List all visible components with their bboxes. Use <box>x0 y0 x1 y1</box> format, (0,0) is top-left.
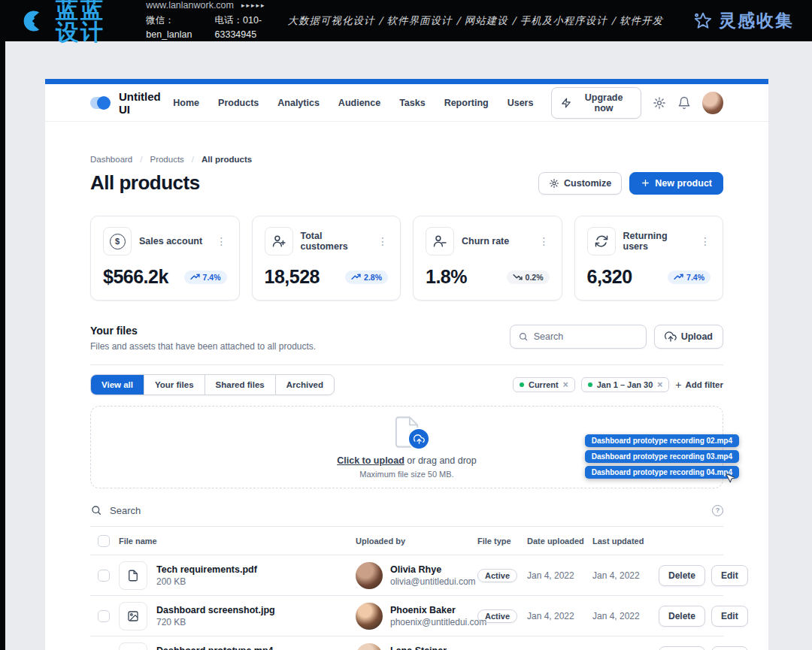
edit-button[interactable]: Edit <box>711 565 748 586</box>
banner-phone: 电话：010-63334945 <box>215 14 277 43</box>
collect-logo-text: 灵感收集 <box>719 9 794 32</box>
file-name: Tech requirements.pdf <box>156 564 257 575</box>
app-brand: Untitled UI <box>90 90 173 116</box>
nav-item-tasks[interactable]: Tasks <box>399 98 426 108</box>
refresh-icon <box>587 227 616 255</box>
select-all-checkbox[interactable] <box>98 535 110 547</box>
kebab-menu-icon[interactable]: ⋮ <box>539 236 550 246</box>
tab-archived[interactable]: Archived <box>275 375 334 395</box>
nav-item-reporting[interactable]: Reporting <box>444 98 489 108</box>
kebab-menu-icon[interactable]: ⋮ <box>377 236 388 246</box>
table-search-field[interactable] <box>110 505 704 516</box>
tab-view-all[interactable]: View all <box>91 375 144 395</box>
new-product-button[interactable]: New product <box>629 172 723 195</box>
column-header: Last updated <box>592 537 659 546</box>
star-icon <box>693 11 713 31</box>
title-row: All products Customize New product <box>90 171 723 195</box>
app-brand-name: Untitled UI <box>119 90 173 116</box>
stat-value: $566.2k <box>103 266 168 288</box>
file-upload-icon <box>392 416 421 449</box>
dropzone-hint: Maximum file size 50 MB. <box>359 470 453 479</box>
table-row: Tech requirements.pdf 200 KB Olivia Rhye… <box>90 555 723 596</box>
avatar <box>356 562 383 589</box>
video-icon <box>119 642 147 650</box>
banner-services: 大数据可视化设计 / 软件界面设计 / 网站建设 / 手机及小程序设计 / 软件… <box>287 14 663 28</box>
tabs-row: View all Your files Shared files Archive… <box>90 374 723 395</box>
file-size: 720 KB <box>156 617 275 627</box>
uploader-name: Lana Steiner <box>390 645 472 650</box>
uploader-name: Phoenix Baker <box>390 605 486 615</box>
click-to-upload-link[interactable]: Click to upload <box>337 455 404 466</box>
search-icon <box>90 504 102 516</box>
arrows-decoration: ▸▸▸▸▸ <box>241 1 266 11</box>
stat-cards: $ Sales account ⋮ $566.2k 7.4% <box>90 216 723 301</box>
help-icon[interactable]: ? <box>712 505 723 516</box>
tab-your-files[interactable]: Your files <box>144 375 205 395</box>
tab-shared-files[interactable]: Shared files <box>205 375 275 395</box>
stat-label: Total customers <box>301 231 371 252</box>
file-name: Dashboard prototype.mp4 <box>156 645 274 650</box>
user-plus-icon <box>265 227 293 255</box>
stat-card-churn: Churn rate ⋮ 1.8% 0.2% <box>413 216 562 301</box>
app-window: Untitled UI Home Products Analytics Audi… <box>45 79 768 650</box>
nav-item-home[interactable]: Home <box>173 98 199 108</box>
delete-button[interactable]: Delete <box>659 606 705 627</box>
filter-pill-date-range[interactable]: Jan 1 – Jan 30 × <box>581 377 670 392</box>
trend-up-icon <box>351 274 361 280</box>
upgrade-button[interactable]: Upgrade now <box>551 87 641 119</box>
last-updated: Jan 4, 2022 <box>592 570 659 581</box>
delete-button[interactable]: Delete <box>659 646 705 650</box>
green-dot-icon <box>520 382 524 387</box>
date-uploaded: Jan 4, 2022 <box>527 570 592 581</box>
customize-button[interactable]: Customize <box>538 172 622 195</box>
nav-item-analytics[interactable]: Analytics <box>277 98 320 108</box>
uploader-email: phoenix@untitledui.com <box>390 617 486 627</box>
page-title: All products <box>90 171 200 195</box>
edit-button[interactable]: Edit <box>711 646 748 650</box>
cursor-icon <box>724 473 735 484</box>
close-icon[interactable]: × <box>563 380 568 389</box>
column-header: Uploaded by <box>356 537 477 546</box>
delete-button[interactable]: Delete <box>659 565 705 586</box>
files-section-header: Your files Files and assets that have be… <box>90 325 723 365</box>
breadcrumb-separator: / <box>192 155 194 164</box>
settings-button[interactable] <box>653 96 666 110</box>
table-search[interactable]: ? <box>90 497 723 527</box>
trend-up-icon <box>190 274 200 280</box>
upload-button[interactable]: Upload <box>654 325 723 349</box>
user-avatar[interactable] <box>702 92 723 114</box>
files-search-field[interactable] <box>534 331 638 342</box>
plus-icon: + <box>675 379 681 391</box>
add-filter-button[interactable]: + Add filter <box>675 379 723 391</box>
notifications-button[interactable] <box>677 96 691 110</box>
close-icon[interactable]: × <box>657 380 662 389</box>
gear-icon <box>653 96 666 110</box>
nav-item-users[interactable]: Users <box>508 98 534 108</box>
file-name: Dashboard screenshot.jpg <box>156 605 275 615</box>
tooltip-recording: Dashboard prototype recording 04.mp4 <box>585 466 739 479</box>
search-icon <box>518 331 529 342</box>
breadcrumb-products[interactable]: Products <box>150 155 183 164</box>
upload-cloud-icon <box>665 331 677 343</box>
kebab-menu-icon[interactable]: ⋮ <box>700 236 710 246</box>
lanlan-logo-text: 蓝蓝设计 <box>56 0 128 44</box>
banner-wechat: 微信：ben_lanlan <box>146 14 198 43</box>
upload-tooltips: Dashboard prototype recording 02.mp4 Das… <box>585 434 739 479</box>
nav-item-audience[interactable]: Audience <box>338 98 380 108</box>
nav-item-products[interactable]: Products <box>218 98 259 108</box>
files-search-input[interactable] <box>510 325 647 349</box>
kebab-menu-icon[interactable]: ⋮ <box>217 236 227 246</box>
untitledui-logo-icon <box>90 95 112 110</box>
row-checkbox[interactable] <box>98 570 110 582</box>
row-checkbox[interactable] <box>98 610 110 622</box>
upload-dropzone[interactable]: Click to upload or drag and drop Maximum… <box>90 406 723 488</box>
file-icon <box>119 561 147 590</box>
green-dot-icon <box>588 382 592 387</box>
breadcrumb-dashboard[interactable]: Dashboard <box>90 155 132 164</box>
breadcrumb-separator: / <box>140 155 142 164</box>
stat-label: Returning users <box>623 231 693 252</box>
table-row: Dashboard prototype.mp4 16 MB Lana Stein… <box>90 636 723 650</box>
uploader-name: Olivia Rhye <box>390 564 476 575</box>
filter-pill-current[interactable]: Current × <box>513 377 575 392</box>
edit-button[interactable]: Edit <box>711 606 748 627</box>
